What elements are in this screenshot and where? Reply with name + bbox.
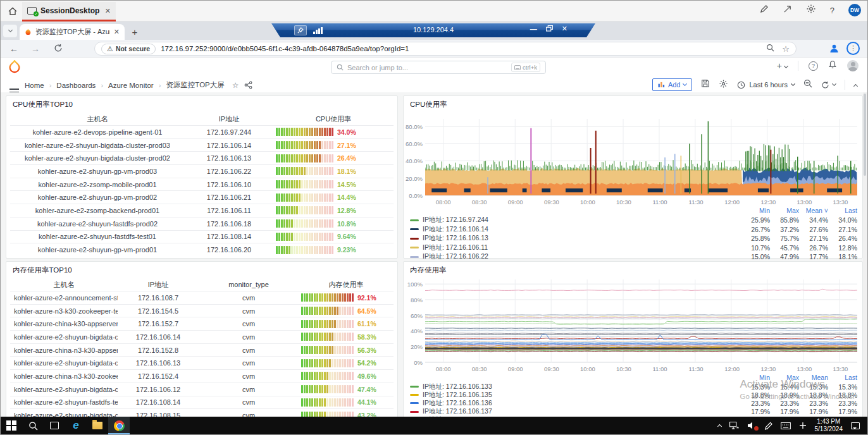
rdp-close-button[interactable]: ✕	[562, 25, 567, 33]
legend-row[interactable]: IP地址: 172.16.106.1426.7%37.2%27.6%27.1%	[410, 225, 857, 235]
rdp-restore-button[interactable]	[546, 25, 553, 33]
address-bar[interactable]: ⚠Not secure 172.16.97.252:9000/d/e0bb504…	[94, 42, 797, 56]
alert-bell-icon[interactable]	[828, 60, 837, 71]
rdp-pin-icon[interactable]	[294, 25, 307, 35]
add-menu-icon[interactable]: +	[777, 61, 788, 71]
browser-tab-close-icon[interactable]: ✕	[114, 28, 120, 36]
legend-row[interactable]: IP地址: 172.16.106.1325.8%75.7%27.1%26.4%	[410, 234, 857, 243]
session-tab-close-icon[interactable]: ✕	[105, 7, 111, 15]
browser-tab[interactable]: 资源监控TOP大屏 - Azure Moni ✕	[20, 24, 125, 40]
legend-column-header[interactable]: Last	[828, 374, 857, 381]
column-header[interactable]: 主机名	[10, 114, 185, 124]
column-header[interactable]: 主机名	[10, 280, 118, 290]
network-icon[interactable]	[729, 422, 739, 429]
legend-row[interactable]: IP地址: 172.16.106.2215.0%47.9%17.7%18.1%	[410, 252, 857, 262]
legend-row[interactable]: IP地址: 172.16.106.13717.9%17.9%17.9%17.9%	[410, 408, 857, 416]
action-center-icon[interactable]	[851, 422, 860, 429]
new-tab-button[interactable]: +	[130, 27, 140, 37]
mem-top10-panel[interactable]: 内存使用率TOP10 主机名IP地址monitor_type内存使用率kohle…	[6, 261, 398, 418]
help-circle-icon[interactable]: ?	[809, 61, 818, 71]
volume-muted-icon[interactable]	[747, 422, 756, 429]
column-header[interactable]: CPU使用率	[273, 114, 394, 124]
legend-column-header[interactable]: Min	[741, 207, 770, 214]
legend-column-header[interactable]: Min	[741, 374, 770, 381]
url-text[interactable]: 172.16.97.252:9000/d/e0bb5045-6f1c-4c39-…	[161, 45, 409, 52]
legend-column-header[interactable]: Max	[770, 207, 799, 214]
profile-icon[interactable]	[829, 43, 840, 56]
rdp-minimize-button[interactable]: —	[530, 25, 537, 33]
breadcrumb-item[interactable]: 资源监控TOP大屏	[166, 80, 224, 90]
legend-row[interactable]: IP地址: 172.16.106.1110.7%45.7%26.7%12.8%	[410, 243, 857, 253]
expand-icon[interactable]	[783, 4, 792, 16]
dashboard-settings-icon[interactable]	[719, 79, 728, 91]
cpu-top10-panel[interactable]: CPU使用率TOP10 主机名IP地址CPU使用率kohler-azure-e2…	[6, 95, 398, 259]
legend-series-name[interactable]: IP地址: 172.16.106.133	[423, 383, 741, 391]
legend-column-header[interactable]: Max	[770, 374, 799, 381]
home-icon[interactable]	[6, 4, 20, 18]
time-range-picker[interactable]: Last 6 hours	[737, 81, 795, 89]
legend-column-header[interactable]: Mean	[799, 374, 828, 381]
file-explorer-icon[interactable]	[87, 417, 108, 434]
plot-area[interactable]	[425, 119, 857, 196]
legend-series-name[interactable]: IP地址: 172.16.97.244	[423, 216, 741, 224]
scrollbar[interactable]	[863, 92, 867, 418]
legend-series-name[interactable]: IP地址: 172.16.106.136	[423, 399, 741, 408]
plot-area[interactable]	[425, 279, 857, 363]
share-icon[interactable]	[244, 81, 252, 89]
legend-column-header[interactable]: Mean ˅	[799, 207, 828, 214]
collapse-toolbar-icon[interactable]	[854, 79, 857, 90]
add-button[interactable]: Add	[652, 78, 693, 91]
chrome-taskbar-icon[interactable]	[108, 417, 130, 434]
tray-chevron-icon[interactable]	[718, 423, 721, 428]
breadcrumb-item[interactable]: Dashboards	[56, 82, 96, 89]
grafana-avatar[interactable]	[847, 60, 859, 71]
breadcrumb-item[interactable]: Home	[25, 82, 44, 89]
legend-series-name[interactable]: IP地址: 172.16.106.22	[423, 252, 741, 261]
tray-plus-icon[interactable]	[799, 422, 807, 429]
settings-gear-icon[interactable]	[806, 4, 816, 16]
reload-icon[interactable]	[54, 44, 63, 55]
column-header[interactable]: 内存使用率	[299, 280, 394, 290]
zoom-out-icon[interactable]	[803, 79, 812, 90]
save-dashboard-icon[interactable]	[701, 79, 710, 90]
taskbar-search-icon[interactable]	[22, 417, 44, 434]
forward-icon[interactable]: →	[31, 44, 40, 54]
column-header[interactable]: IP地址	[185, 114, 273, 124]
windows-ink-icon[interactable]	[764, 422, 772, 430]
legend-row[interactable]: IP地址: 172.16.106.13623.3%23.3%23.3%23.3%	[410, 399, 857, 407]
column-header[interactable]: monitor_type	[199, 281, 299, 288]
legend-row[interactable]: IP地址: 172.16.97.24425.9%85.8%34.4%34.0%	[410, 216, 857, 225]
mem-usage-chart-panel[interactable]: 内存使用率 0%20%40%60%80%100%08:0008:3009:000…	[403, 261, 863, 418]
favorite-star-icon[interactable]: ☆	[232, 81, 239, 90]
bookmark-star-icon[interactable]: ☆	[782, 44, 790, 54]
grafana-search-input[interactable]: Search or jump to... ctrl+k	[331, 61, 546, 74]
tab-search-chevron-icon[interactable]	[3, 25, 17, 37]
zoom-icon[interactable]	[766, 43, 774, 54]
back-icon[interactable]: ←	[9, 44, 18, 54]
pen-icon[interactable]	[759, 4, 769, 16]
touch-keyboard-icon[interactable]	[781, 422, 791, 429]
not-secure-chip[interactable]: ⚠Not secure	[101, 44, 156, 54]
legend-column-header[interactable]: Last	[828, 207, 857, 214]
user-avatar[interactable]: DW	[848, 4, 861, 16]
internet-explorer-icon[interactable]: e	[65, 417, 87, 434]
taskbar-clock[interactable]: 1:43 PM5/13/2024	[815, 418, 843, 433]
task-view-icon[interactable]	[44, 417, 65, 434]
rdp-connection-bar[interactable]: 10.129.204.4 — ✕	[271, 23, 595, 37]
grafana-logo[interactable]	[8, 60, 21, 76]
session-desktop-tab[interactable]: ✓ SessionDesktop ✕	[22, 2, 116, 21]
legend-series-name[interactable]: IP地址: 172.16.106.13	[423, 234, 741, 243]
breadcrumb-item[interactable]: Azure Monitor	[108, 82, 154, 89]
column-header[interactable]: IP地址	[118, 280, 199, 290]
legend-row[interactable]: IP地址: 172.16.106.13315.3%15.4%15.3%15.3%	[410, 383, 857, 391]
cpu-usage-chart-panel[interactable]: CPU使用率 0.0%20.0%40.0%60.0%80.0%08:0008:3…	[403, 95, 863, 259]
legend-row[interactable]: IP地址: 172.16.106.13518.8%18.9%18.8%18.8%	[410, 391, 857, 399]
start-button[interactable]	[1, 417, 22, 434]
help-icon[interactable]: ?	[830, 6, 834, 15]
legend-series-name[interactable]: IP地址: 172.16.106.135	[423, 391, 741, 400]
legend-series-name[interactable]: IP地址: 172.16.106.14	[423, 225, 741, 234]
refresh-button[interactable]	[821, 81, 836, 89]
browser-menu-icon[interactable]: ⋮	[846, 42, 860, 55]
legend-series-name[interactable]: IP地址: 172.16.106.11	[423, 243, 741, 252]
legend-series-name[interactable]: IP地址: 172.16.106.137	[423, 407, 741, 416]
